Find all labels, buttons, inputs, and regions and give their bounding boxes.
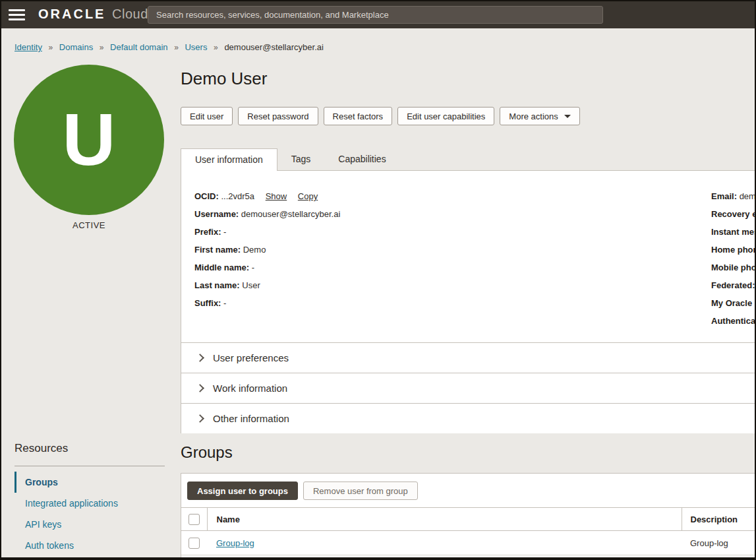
caret-down-icon bbox=[564, 115, 571, 118]
field-mobile-phone: Mobile pho bbox=[711, 263, 756, 273]
groups-panel: Assign user to groups Remove user from g… bbox=[181, 473, 756, 560]
brand-primary: ORACLE bbox=[38, 7, 105, 21]
field-suffix: Suffix: - bbox=[194, 298, 226, 309]
field-first-name: First name: Demo bbox=[194, 245, 266, 255]
edit-user-button[interactable]: Edit user bbox=[181, 107, 233, 125]
field-username: Username: demouser@stellarcyber.ai bbox=[194, 209, 340, 220]
breadcrumb-separator: » bbox=[49, 43, 53, 52]
breadcrumb-separator: » bbox=[174, 43, 179, 52]
sidebar-item-groups[interactable]: Groups bbox=[15, 472, 165, 493]
field-last-name: Last name: User bbox=[194, 280, 260, 291]
breadcrumb-identity[interactable]: Identity bbox=[15, 42, 42, 52]
field-label: Instant mes bbox=[711, 227, 756, 237]
page-title: Demo User bbox=[181, 69, 267, 89]
hamburger-menu-icon[interactable] bbox=[9, 9, 25, 20]
row-checkbox-cell bbox=[181, 531, 207, 555]
field-label: Suffix: bbox=[194, 298, 221, 308]
breadcrumb-default-domain[interactable]: Default domain bbox=[110, 42, 167, 52]
field-value: - bbox=[252, 263, 254, 272]
user-information-panel: OCID: ...2vdr5a Show Copy Username: demo… bbox=[181, 170, 756, 433]
tab-user-information[interactable]: User information bbox=[181, 148, 277, 171]
field-middle-name: Middle name: - bbox=[194, 263, 254, 273]
oracle-cloud-logo[interactable]: ORACLE Cloud bbox=[38, 7, 148, 22]
accordion-label: User preferences bbox=[213, 352, 289, 363]
field-prefix: Prefix: - bbox=[194, 227, 226, 237]
field-value: - bbox=[223, 298, 226, 308]
chevron-right-icon bbox=[196, 414, 204, 423]
chevron-right-icon bbox=[196, 384, 204, 392]
resources-heading: Resources bbox=[15, 442, 165, 455]
group-name-cell: Group-log bbox=[207, 531, 682, 555]
detail-tabs: User information Tags Capabilities bbox=[181, 148, 400, 171]
field-value: dem bbox=[740, 191, 756, 201]
select-all-checkbox[interactable] bbox=[189, 514, 200, 525]
accordion-other-information[interactable]: Other information bbox=[181, 403, 756, 433]
show-ocid-link[interactable]: Show bbox=[266, 191, 287, 201]
group-log-link[interactable]: Group-log bbox=[216, 538, 254, 548]
accordion-label: Work information bbox=[213, 383, 287, 394]
breadcrumb-current-user: demouser@stellarcyber.ai bbox=[224, 42, 323, 52]
field-label: Email: bbox=[711, 191, 737, 201]
column-header-name: Name bbox=[207, 508, 682, 531]
breadcrumb-users[interactable]: Users bbox=[185, 42, 207, 52]
field-label: My Oracle bbox=[711, 298, 752, 308]
oracle-cloud-console: ORACLE Cloud Identity » Domains » Defaul… bbox=[0, 0, 756, 560]
accordion-user-preferences[interactable]: User preferences bbox=[181, 342, 756, 373]
reset-factors-button[interactable]: Reset factors bbox=[324, 107, 393, 125]
copy-ocid-link[interactable]: Copy bbox=[298, 191, 318, 201]
field-label: Home phon bbox=[711, 245, 756, 255]
field-value: - bbox=[223, 227, 226, 237]
field-label: Federated: bbox=[711, 280, 755, 290]
field-email: Email: dem bbox=[711, 191, 756, 202]
tab-tags[interactable]: Tags bbox=[277, 148, 325, 170]
resources-sidebar: Resources Groups Integrated applications… bbox=[15, 442, 165, 556]
field-label: Last name: bbox=[194, 280, 240, 290]
field-value: ...2vdr5a bbox=[221, 191, 254, 201]
field-my-oracle: My Oracle bbox=[711, 298, 752, 309]
sidebar-item-auth-tokens[interactable]: Auth tokens bbox=[15, 535, 165, 556]
action-buttons: Edit user Reset password Reset factors E… bbox=[181, 107, 580, 125]
breadcrumb-separator: » bbox=[214, 43, 218, 52]
sidebar-item-integrated-applications[interactable]: Integrated applications bbox=[15, 493, 165, 514]
assign-user-to-groups-button[interactable]: Assign user to groups bbox=[187, 482, 298, 500]
field-label: Username: bbox=[194, 209, 239, 219]
breadcrumb: Identity » Domains » Default domain » Us… bbox=[15, 42, 324, 52]
field-label: First name: bbox=[194, 245, 241, 255]
field-label: Authentica bbox=[711, 316, 755, 326]
field-home-phone: Home phon bbox=[711, 245, 756, 255]
field-label: Middle name: bbox=[194, 263, 249, 272]
breadcrumb-domains[interactable]: Domains bbox=[59, 42, 93, 52]
field-value: Demo bbox=[243, 245, 266, 255]
groups-heading: Groups bbox=[181, 443, 233, 462]
remove-user-from-group-button[interactable]: Remove user from group bbox=[303, 482, 418, 500]
field-recovery-email: Recovery e bbox=[711, 209, 756, 220]
chevron-right-icon bbox=[196, 354, 204, 362]
more-actions-label: More actions bbox=[509, 111, 558, 121]
sidebar-item-api-keys[interactable]: API keys bbox=[15, 514, 165, 535]
field-label: OCID: bbox=[194, 191, 219, 201]
edit-user-capabilities-button[interactable]: Edit user capabilities bbox=[397, 107, 494, 125]
column-header-description: Description bbox=[682, 508, 756, 531]
accordion-work-information[interactable]: Work information bbox=[181, 373, 756, 403]
field-federated: Federated: bbox=[711, 280, 755, 291]
user-avatar: U bbox=[14, 65, 164, 215]
field-instant-messaging: Instant mes bbox=[711, 227, 756, 237]
group-description-cell: Group-log bbox=[682, 531, 756, 555]
sidebar-divider bbox=[15, 466, 165, 466]
field-label: Mobile pho bbox=[711, 263, 756, 272]
accordion-label: Other information bbox=[213, 413, 289, 424]
status-badge: ACTIVE bbox=[14, 220, 164, 230]
search-input[interactable] bbox=[148, 6, 603, 24]
field-authentication: Authentica bbox=[711, 316, 755, 327]
header-checkbox-cell bbox=[181, 508, 207, 531]
field-value: User bbox=[242, 280, 260, 290]
field-label: Prefix: bbox=[194, 227, 221, 237]
more-actions-button[interactable]: More actions bbox=[500, 107, 579, 125]
row-checkbox[interactable] bbox=[189, 538, 200, 549]
groups-table-header-row: Name Description bbox=[181, 508, 756, 531]
tab-capabilities[interactable]: Capabilities bbox=[324, 148, 399, 170]
field-value: demouser@stellarcyber.ai bbox=[241, 209, 340, 219]
breadcrumb-separator: » bbox=[100, 43, 104, 52]
reset-password-button[interactable]: Reset password bbox=[238, 107, 318, 125]
groups-table: Name Description Group-log Group-log bbox=[181, 507, 756, 555]
